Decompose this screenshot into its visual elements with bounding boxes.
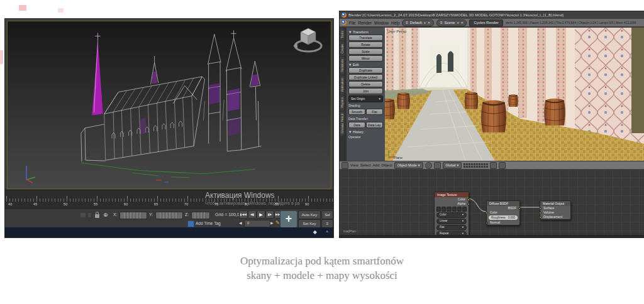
tab-tools[interactable]: Tools: [340, 28, 344, 41]
operator-panel-label[interactable]: Operator: [348, 135, 383, 139]
color-output-socket[interactable]: [467, 198, 470, 201]
render-engine-selector[interactable]: Cycles Render: [469, 19, 502, 26]
color-input-socket[interactable]: [486, 212, 488, 214]
viewport-nav-icon[interactable]: ◆: [313, 227, 317, 237]
add-time-tag-label[interactable]: Add Time Tag: [196, 221, 221, 225]
close-icon[interactable]: ×: [428, 20, 430, 26]
alpha-output-socket[interactable]: [467, 203, 470, 205]
next-frame-button[interactable]: ▮▶: [265, 210, 274, 219]
add-icon[interactable]: +: [424, 20, 426, 26]
image-texture-node[interactable]: Image Texture Color Alpha Color ▾ Linear…: [434, 192, 469, 235]
mode-selector[interactable]: Object Mode ▾: [394, 162, 423, 169]
mirror-button[interactable]: Mirror: [348, 55, 383, 62]
set-origin-dropdown[interactable]: Set Origin ▾: [348, 95, 383, 102]
node-editor[interactable]: Image Texture Color Alpha Color ▾ Linear…: [340, 169, 644, 235]
create-key-button[interactable]: +: [280, 210, 297, 228]
z-coordinate-field[interactable]: [191, 212, 210, 219]
close-icon[interactable]: ×: [461, 20, 464, 26]
timeline-ruler[interactable]: 40 45 50 55 60 65 70 75 80 85 90: [5, 190, 333, 209]
menu-add[interactable]: Add: [373, 163, 380, 167]
spinner-right-icon[interactable]: ▶: [270, 220, 274, 225]
tab-relations[interactable]: Relations: [340, 57, 344, 75]
viewport-shading-icon[interactable]: [425, 162, 432, 169]
play-button[interactable]: ▶: [257, 210, 265, 219]
duplicate-button[interactable]: Duplicate: [348, 67, 383, 73]
menu-help[interactable]: Help: [391, 21, 399, 25]
max-window: 40 45 50 55 60 65 70 75 80 85 90 Активац…: [5, 19, 333, 237]
selected-filter-button[interactable]: Sel: [321, 210, 333, 219]
image-datablock-row[interactable]: [436, 207, 467, 212]
delete-button[interactable]: Delete: [348, 81, 383, 87]
node-title[interactable]: Material Output: [540, 201, 570, 206]
tab-animation[interactable]: Animation: [340, 75, 344, 94]
edit-panel-header[interactable]: Edit: [353, 63, 358, 67]
scene-selector[interactable]: ≡ Scene + ×: [436, 19, 467, 26]
y-coordinate-label: Y:: [149, 212, 153, 217]
set-key-button[interactable]: Set Key: [298, 219, 321, 228]
timeline-tick-label: 90: [302, 202, 312, 206]
volume-input-socket[interactable]: [539, 212, 541, 214]
previous-frame-button[interactable]: ◀▮: [248, 210, 257, 219]
translate-button[interactable]: Translate: [348, 35, 383, 41]
current-frame-field[interactable]: 0: [244, 220, 270, 227]
absolute-mode-icon[interactable]: ⊕: [103, 212, 108, 218]
duplicate-linked-button[interactable]: Duplicate Linked: [348, 74, 383, 80]
displacement-input-socket[interactable]: [539, 216, 541, 219]
key-filter-menu-button[interactable]: ≡: [321, 219, 333, 228]
transform-gizmo-icon[interactable]: [80, 213, 86, 217]
tab-create[interactable]: Create: [340, 41, 344, 56]
transform-panel-header[interactable]: Transform: [353, 30, 369, 34]
normal-input-socket[interactable]: [486, 222, 488, 224]
menu-window[interactable]: Window: [374, 21, 389, 25]
y-coordinate-field[interactable]: [155, 212, 183, 219]
tab-physics[interactable]: Physics: [340, 95, 344, 111]
bsdf-output-socket[interactable]: [518, 207, 521, 210]
surface-input-socket[interactable]: [539, 207, 541, 210]
max-3d-viewport[interactable]: [7, 21, 331, 189]
scale-button[interactable]: Scale: [348, 48, 383, 55]
go-to-start-button[interactable]: ▮◀◀: [239, 210, 248, 219]
transform-orientation-selector[interactable]: Global ▾: [443, 162, 462, 169]
interpolation-select[interactable]: Linear ▾: [436, 219, 467, 224]
menu-file[interactable]: File: [349, 21, 355, 25]
roughness-slider[interactable]: Roughness 0.000: [489, 215, 518, 220]
menu-select[interactable]: Select: [360, 163, 371, 167]
projection-select[interactable]: Flat ▾: [436, 225, 467, 231]
layers-grid[interactable]: [464, 163, 488, 168]
add-icon[interactable]: +: [457, 20, 459, 26]
screen-layout-selector[interactable]: ≡ Default + ×: [402, 19, 434, 26]
pause-icon[interactable]: [88, 213, 91, 217]
pivot-point-icon[interactable]: [434, 162, 441, 169]
data-button[interactable]: Data: [348, 122, 365, 128]
collapse-icon[interactable]: ▼: [348, 30, 352, 34]
menu-object[interactable]: Object: [381, 163, 392, 167]
menu-render[interactable]: Render: [358, 21, 371, 25]
spinner-left-icon[interactable]: ◀: [239, 220, 242, 225]
color-space-select[interactable]: Color ▾: [436, 212, 467, 218]
expand-chevron-icon[interactable]: ^: [326, 227, 328, 237]
smooth-button[interactable]: Smooth: [348, 109, 365, 115]
tab-grease-pencil[interactable]: Grease Pencil: [340, 111, 344, 136]
selection-lock-icon[interactable]: [95, 214, 99, 218]
diffuse-bsdf-node[interactable]: Diffuse BSDF BSDF Color Roughness 0.000 …: [486, 200, 520, 225]
collapse-icon[interactable]: ▼: [348, 63, 352, 67]
flat-button[interactable]: Flat: [366, 109, 383, 115]
snap-magnet-icon[interactable]: [490, 162, 497, 169]
x-coordinate-field[interactable]: [119, 212, 147, 219]
auto-key-button[interactable]: Auto Key: [298, 210, 321, 219]
key-filters-icon[interactable]: ✎: [275, 220, 280, 225]
data-layout-button[interactable]: Data Lay.: [366, 122, 383, 128]
join-button[interactable]: Join: [348, 88, 383, 94]
material-output-node[interactable]: Material Output Surface Volume Displacem…: [540, 200, 571, 220]
maxscript-mini-listener-strip: ◆ ^: [5, 227, 333, 237]
render-view-icon[interactable]: [499, 162, 506, 169]
blender-3d-viewport[interactable]: User Persp Plane: [385, 28, 644, 161]
node-title[interactable]: Diffuse BSDF: [487, 201, 519, 206]
viewcube-navigation-icon[interactable]: [292, 25, 325, 55]
collapse-icon[interactable]: ▼: [348, 130, 352, 134]
node-title[interactable]: Image Texture: [435, 192, 469, 197]
editor-type-icon[interactable]: [341, 162, 348, 169]
menu-view[interactable]: View: [350, 163, 358, 167]
rotate-button[interactable]: Rotate: [348, 41, 383, 48]
history-panel-header[interactable]: History: [353, 130, 364, 134]
